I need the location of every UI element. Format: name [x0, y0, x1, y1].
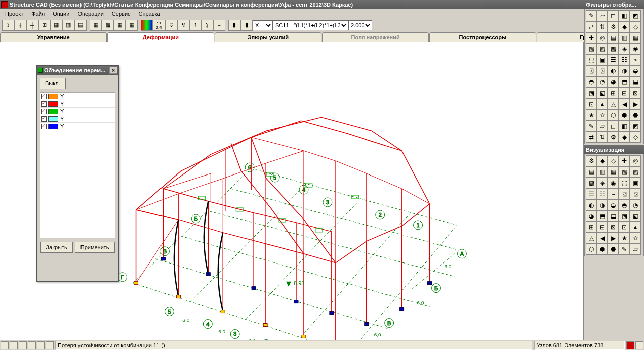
- tab-epures[interactable]: Эпюры усилий: [215, 32, 321, 42]
- filter-btn-8[interactable]: ◆: [619, 21, 630, 32]
- vis-btn-35[interactable]: △: [586, 233, 597, 244]
- menu-help[interactable]: Справка: [136, 10, 164, 17]
- status-icon-red[interactable]: [626, 341, 634, 349]
- status-icon-1[interactable]: [1, 341, 9, 349]
- vis-btn-2[interactable]: ◇: [608, 155, 619, 166]
- combo-formula[interactable]: SC11 - "(L1)*1+(L2)*1+(L3): [273, 20, 348, 30]
- status-icon-3[interactable]: [19, 341, 27, 349]
- vis-btn-30[interactable]: ⊞: [586, 222, 597, 233]
- toolbar-btn-16[interactable]: ⤴: [189, 20, 201, 31]
- vis-btn-19[interactable]: ⍄: [630, 189, 641, 200]
- color-check-icon[interactable]: [41, 109, 47, 114]
- vis-btn-27[interactable]: ⬓: [608, 211, 619, 222]
- dialog-close-btn[interactable]: Закрыть: [40, 242, 72, 253]
- dialog-off-button[interactable]: Выкл.: [40, 78, 66, 89]
- tab-postprocessors[interactable]: Постпроцессоры: [429, 32, 536, 42]
- combo-scale[interactable]: 2.000: [348, 20, 372, 30]
- filter-btn-19[interactable]: ◉: [630, 43, 641, 54]
- filter-btn-20[interactable]: ⬚: [586, 54, 597, 65]
- filter-btn-28[interactable]: ◑: [619, 65, 630, 76]
- vis-btn-40[interactable]: ⬡: [586, 244, 597, 255]
- menu-file[interactable]: Файл: [28, 10, 48, 17]
- status-icon-6[interactable]: [46, 341, 54, 349]
- vis-btn-0[interactable]: ⚙: [586, 155, 597, 166]
- filter-btn-22[interactable]: ☰: [608, 54, 619, 65]
- filter-btn-17[interactable]: ▩: [608, 43, 619, 54]
- vis-btn-39[interactable]: ☆: [630, 233, 641, 244]
- filter-btn-15[interactable]: ▧: [586, 43, 597, 54]
- toolbar-btn-4[interactable]: ⊞: [38, 20, 50, 31]
- filter-btn-59[interactable]: ◇: [630, 132, 641, 143]
- vis-btn-37[interactable]: ▶: [608, 233, 619, 244]
- vis-btn-17[interactable]: ⌁: [608, 189, 619, 200]
- vis-btn-4[interactable]: ◎: [630, 155, 641, 166]
- filter-btn-43[interactable]: ◀: [619, 99, 630, 110]
- filter-btn-26[interactable]: ⍄: [597, 65, 608, 76]
- filter-btn-18[interactable]: ◈: [619, 43, 630, 54]
- filter-btn-9[interactable]: ◇: [630, 21, 641, 32]
- status-icon-end[interactable]: [635, 341, 643, 349]
- dialog-color-list[interactable]: YYYYY: [40, 92, 115, 238]
- vis-btn-36[interactable]: ◀: [597, 233, 608, 244]
- filter-btn-0[interactable]: ✎: [586, 10, 597, 21]
- vis-btn-21[interactable]: ◑: [597, 200, 608, 211]
- filter-btn-46[interactable]: ☆: [597, 110, 608, 121]
- toolbar-btn-20[interactable]: ▮: [240, 20, 253, 31]
- vis-btn-32[interactable]: ⊠: [608, 222, 619, 233]
- filter-btn-58[interactable]: ◆: [619, 132, 630, 143]
- vis-btn-25[interactable]: ◕: [586, 211, 597, 222]
- menu-project[interactable]: Проект: [2, 10, 26, 17]
- toolbar-btn-9[interactable]: ▩: [102, 20, 114, 31]
- menu-options[interactable]: Опции: [50, 10, 72, 17]
- filter-btn-54[interactable]: ◩: [630, 121, 641, 132]
- toolbar-btn-3[interactable]: ┼: [26, 20, 38, 31]
- filter-btn-16[interactable]: ▨: [597, 43, 608, 54]
- filter-btn-6[interactable]: ⇅: [597, 21, 608, 32]
- toolbar-btn-10[interactable]: ▦: [114, 20, 126, 31]
- toolbar-btn-19[interactable]: ▮: [228, 20, 240, 31]
- toolbar-btn-11[interactable]: ▦: [126, 20, 138, 31]
- vis-btn-22[interactable]: ◒: [608, 200, 619, 211]
- toolbar-btn-12[interactable]: [141, 20, 153, 31]
- color-row-2[interactable]: Y: [40, 108, 115, 115]
- status-icon-5[interactable]: [37, 341, 45, 349]
- filter-btn-47[interactable]: ⬡: [608, 110, 619, 121]
- toolbar-btn-8[interactable]: ▦: [90, 20, 102, 31]
- merge-displacements-dialog[interactable]: Объединение перем... × Выкл. YYYYY Закры…: [36, 65, 119, 282]
- filter-btn-31[interactable]: ◔: [597, 76, 608, 88]
- toolbar-btn-15[interactable]: ↯: [177, 20, 189, 31]
- color-check-icon[interactable]: [41, 94, 47, 99]
- filter-btn-36[interactable]: ⬕: [597, 88, 608, 99]
- vis-btn-28[interactable]: ⬔: [619, 211, 630, 222]
- toolbar-btn-2[interactable]: ⟊: [14, 20, 26, 31]
- filter-btn-33[interactable]: ⬒: [619, 76, 630, 88]
- filter-btn-44[interactable]: ▶: [630, 99, 641, 110]
- vis-btn-33[interactable]: ⊡: [619, 222, 630, 233]
- vis-btn-38[interactable]: ★: [619, 233, 630, 244]
- filter-btn-4[interactable]: ◩: [630, 10, 641, 21]
- filter-btn-34[interactable]: ⬓: [630, 76, 641, 88]
- color-row-3[interactable]: Y: [40, 115, 115, 123]
- filter-btn-52[interactable]: ◻: [608, 121, 619, 132]
- vis-btn-9[interactable]: ▨: [630, 166, 641, 178]
- filter-btn-29[interactable]: ◒: [630, 65, 641, 76]
- filter-btn-7[interactable]: ⚙: [608, 21, 619, 32]
- filter-btn-48[interactable]: ⬢: [619, 110, 630, 121]
- toolbar-btn-13[interactable]: 7.12.4: [153, 20, 165, 31]
- tab-control[interactable]: Управление: [0, 32, 107, 42]
- filter-btn-11[interactable]: ◎: [597, 32, 608, 43]
- vis-btn-14[interactable]: ▣: [630, 178, 641, 189]
- toolbar-btn-18[interactable]: ⌐: [213, 20, 225, 31]
- vis-btn-10[interactable]: ▩: [586, 178, 597, 189]
- filter-btn-13[interactable]: ▥: [619, 32, 630, 43]
- toolbar-btn-5[interactable]: ▦: [50, 20, 62, 31]
- filter-btn-1[interactable]: ▱: [597, 10, 608, 21]
- vis-btn-3[interactable]: ✚: [619, 155, 630, 166]
- color-row-4[interactable]: Y: [40, 123, 115, 130]
- filter-btn-37[interactable]: ⊞: [608, 88, 619, 99]
- filter-btn-32[interactable]: ◕: [608, 76, 619, 88]
- vis-btn-26[interactable]: ⬒: [597, 211, 608, 222]
- combo-axis[interactable]: X: [253, 20, 273, 30]
- filter-btn-38[interactable]: ⊟: [619, 88, 630, 99]
- dialog-close-button[interactable]: ×: [109, 67, 117, 74]
